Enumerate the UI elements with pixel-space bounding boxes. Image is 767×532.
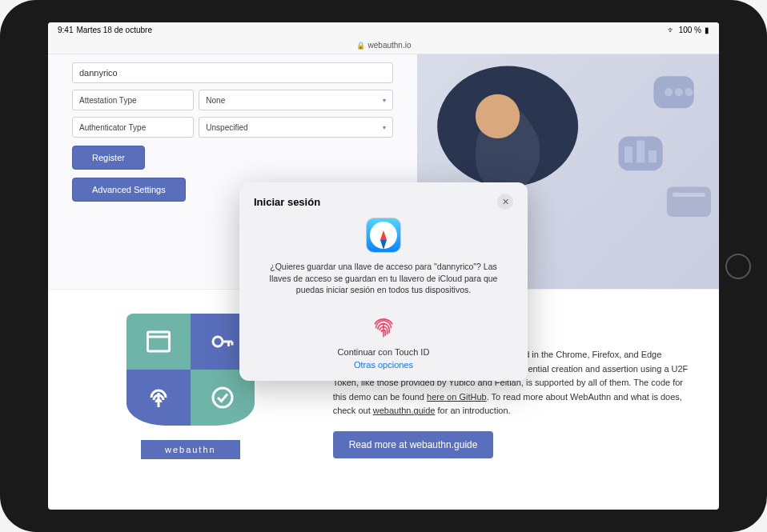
url-text: webauthn.io xyxy=(368,41,412,50)
status-date: Martes 18 de octubre xyxy=(76,26,152,34)
svg-point-14 xyxy=(213,337,223,346)
attestation-value: None xyxy=(206,96,225,105)
chevron-updown-icon: ▾ xyxy=(383,124,386,131)
battery-icon: ▮ xyxy=(705,26,709,34)
svg-rect-12 xyxy=(147,332,169,351)
attestation-label: Attestation Type xyxy=(72,90,194,110)
github-link[interactable]: here on GitHub xyxy=(427,392,487,402)
lock-icon: 🔒 xyxy=(356,42,365,50)
svg-rect-5 xyxy=(636,141,645,163)
svg-point-11 xyxy=(685,88,693,96)
status-time: 9:41 xyxy=(58,26,73,34)
advanced-settings-button[interactable]: Advanced Settings xyxy=(72,178,186,202)
svg-rect-4 xyxy=(624,146,632,162)
authenticator-label: Authenticator Type xyxy=(72,117,194,138)
continue-touchid-label: Continuar con Touch ID xyxy=(254,347,513,357)
url-bar[interactable]: 🔒 webauthn.io xyxy=(48,37,719,54)
authenticator-value: Unspecified xyxy=(206,123,247,132)
safari-icon xyxy=(366,218,401,253)
svg-rect-6 xyxy=(649,150,657,162)
shield-fingerprint-icon xyxy=(126,370,191,426)
svg-point-1 xyxy=(476,94,520,138)
svg-point-9 xyxy=(665,88,673,96)
battery-percent: 100 % xyxy=(679,26,701,34)
svg-rect-7 xyxy=(667,186,711,217)
passkey-modal: Iniciar sesión ✕ ¿Quieres guardar una ll… xyxy=(239,182,528,381)
svg-point-10 xyxy=(675,88,683,96)
svg-rect-8 xyxy=(673,193,705,197)
other-options-link[interactable]: Otras opciones xyxy=(254,360,513,370)
authenticator-select[interactable]: Unspecified ▾ xyxy=(199,117,393,138)
attestation-select[interactable]: None ▾ xyxy=(199,90,393,110)
screen: 9:41 Martes 18 de octubre ᯤ 100 % ▮ 🔒 we… xyxy=(48,22,719,510)
status-bar: 9:41 Martes 18 de octubre ᯤ 100 % ▮ xyxy=(48,22,719,37)
read-more-button[interactable]: Read more at webauthn.guide xyxy=(333,431,494,458)
shield-ribbon: webauthn xyxy=(141,440,240,459)
register-button[interactable]: Register xyxy=(72,146,145,170)
svg-point-19 xyxy=(213,388,232,407)
modal-title: Iniciar sesión xyxy=(254,196,320,208)
webauthn-guide-link[interactable]: webauthn.guide xyxy=(373,406,436,415)
close-icon[interactable]: ✕ xyxy=(497,194,513,210)
shield-window-icon xyxy=(126,314,191,370)
modal-message: ¿Quieres guardar una llave de acceso par… xyxy=(254,261,513,296)
touchid-icon[interactable] xyxy=(367,309,400,342)
page-content: Attestation Type None ▾ Authenticator Ty… xyxy=(48,54,719,510)
chevron-updown-icon: ▾ xyxy=(383,97,386,104)
username-input[interactable] xyxy=(72,62,393,83)
home-button[interactable] xyxy=(725,254,751,279)
ipad-frame: 9:41 Martes 18 de octubre ᯤ 100 % ▮ 🔒 we… xyxy=(0,0,767,532)
wifi-icon: ᯤ xyxy=(668,26,676,34)
